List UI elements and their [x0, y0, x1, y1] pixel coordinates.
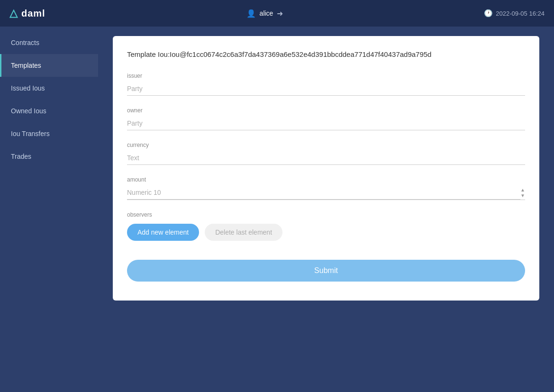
logo-text: daml — [21, 8, 45, 19]
owner-label: owner — [127, 107, 525, 114]
amount-label: amount — [127, 176, 525, 183]
issuer-field: issuer — [127, 73, 525, 96]
owner-input[interactable] — [127, 117, 525, 130]
username-label: alice — [260, 9, 273, 17]
submit-button[interactable]: Submit — [127, 260, 525, 282]
user-icon: 👤 — [246, 9, 256, 18]
amount-field: amount ▲ ▼ — [127, 176, 525, 200]
form-title: Template Iou:Iou@fc1cc0674c2c6a3f7da4373… — [127, 50, 525, 58]
owner-field: owner — [127, 107, 525, 130]
datetime-area: 🕐 2022-09-05 16:24 — [484, 9, 545, 18]
currency-label: currency — [127, 142, 525, 148]
datetime-label: 2022-09-05 16:24 — [496, 10, 545, 17]
observers-section: observers Add new element Delete last el… — [127, 211, 525, 241]
form-card: Template Iou:Iou@fc1cc0674c2c6a3f7da4373… — [113, 36, 539, 301]
currency-field: currency — [127, 142, 525, 165]
main-content: Template Iou:Iou@fc1cc0674c2c6a3f7da4373… — [98, 27, 554, 392]
issuer-input[interactable] — [127, 82, 525, 96]
spinner-up-icon[interactable]: ▲ — [520, 187, 525, 193]
clock-icon: 🕐 — [484, 9, 493, 18]
issuer-label: issuer — [127, 73, 525, 79]
daml-logo-icon: △ — [9, 7, 18, 19]
sidebar-item-iou-transfers[interactable]: Iou Transfers — [0, 122, 98, 145]
sidebar-item-contracts[interactable]: Contracts — [0, 31, 98, 54]
sidebar-item-trades[interactable]: Trades — [0, 145, 98, 168]
add-element-button[interactable]: Add new element — [127, 224, 199, 241]
sidebar: Contracts Templates Issued Ious Owned Io… — [0, 27, 98, 392]
app-header: △ daml 👤 alice ➜ 🕐 2022-09-05 16:24 — [0, 0, 554, 27]
amount-input[interactable] — [127, 186, 520, 200]
spinner-down-icon[interactable]: ▼ — [520, 193, 525, 199]
sidebar-item-issued-ious[interactable]: Issued Ious — [0, 77, 98, 100]
currency-input[interactable] — [127, 151, 525, 165]
user-info: 👤 alice ➜ — [246, 9, 283, 18]
observers-buttons: Add new element Delete last element — [127, 224, 525, 241]
delete-element-button[interactable]: Delete last element — [205, 224, 282, 241]
observers-label: observers — [127, 211, 525, 218]
logo-area: △ daml — [9, 7, 45, 19]
amount-spinner[interactable]: ▲ ▼ — [520, 187, 525, 199]
logout-icon[interactable]: ➜ — [277, 9, 283, 18]
amount-wrapper: ▲ ▼ — [127, 186, 525, 200]
sidebar-item-owned-ious[interactable]: Owned Ious — [0, 100, 98, 122]
sidebar-item-templates[interactable]: Templates — [0, 54, 98, 77]
